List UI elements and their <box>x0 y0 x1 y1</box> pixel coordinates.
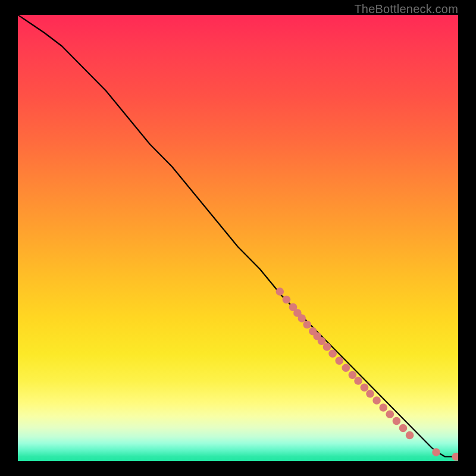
data-marker <box>335 356 343 365</box>
curve-layer <box>18 15 458 461</box>
data-marker <box>318 337 326 345</box>
data-marker <box>386 410 394 418</box>
plot-area <box>18 15 458 461</box>
bottleneck-curve <box>18 15 458 457</box>
data-marker <box>313 332 321 340</box>
chart-stage: TheBottleneck.com <box>0 0 476 476</box>
data-marker <box>283 296 291 304</box>
data-marker <box>323 343 331 351</box>
data-marker <box>432 448 440 456</box>
data-marker <box>452 453 459 461</box>
data-marker <box>328 349 337 358</box>
data-marker <box>354 377 362 385</box>
data-marker <box>298 314 306 322</box>
data-marker <box>342 364 350 372</box>
data-marker <box>399 424 408 433</box>
data-marker <box>366 390 374 398</box>
attribution-label: TheBottleneck.com <box>354 2 458 16</box>
data-marker <box>293 309 302 317</box>
data-marker <box>406 431 414 440</box>
data-marker <box>361 383 369 392</box>
data-marker <box>303 321 311 329</box>
data-marker <box>276 287 284 296</box>
data-marker <box>379 403 387 412</box>
data-marker <box>454 453 458 461</box>
marker-layer <box>276 287 459 461</box>
data-marker <box>372 396 381 405</box>
data-marker <box>349 371 357 379</box>
data-marker <box>309 327 317 336</box>
data-marker <box>393 417 401 425</box>
data-marker <box>289 303 298 311</box>
